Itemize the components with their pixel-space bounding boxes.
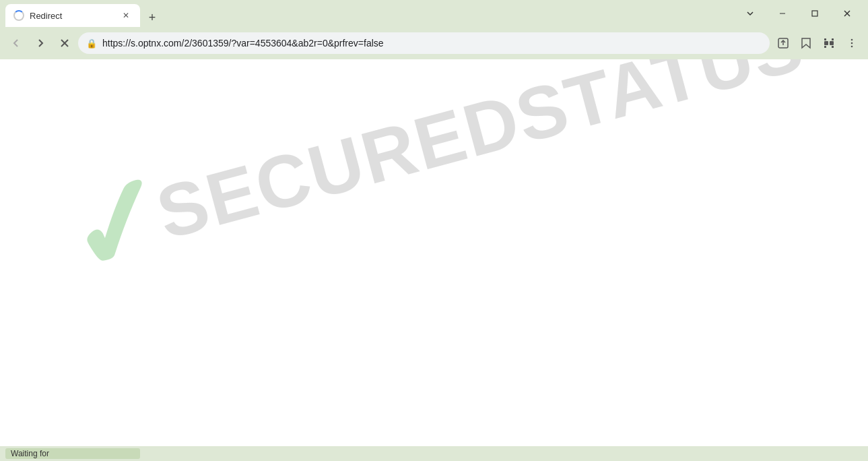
bookmark-button[interactable] (795, 32, 817, 54)
forward-button[interactable] (30, 32, 51, 54)
new-tab-button[interactable]: + (143, 8, 162, 27)
page-content: ✓ SECUREDSTATUS (0, 59, 868, 446)
svg-point-15 (851, 39, 853, 41)
statusbar-text: Waiting for (5, 448, 140, 459)
svg-rect-13 (824, 46, 826, 48)
window-controls (735, 3, 863, 24)
tab-loading-spinner (13, 10, 24, 21)
active-tab[interactable]: Redirect ✕ (5, 4, 140, 27)
svg-rect-10 (830, 41, 834, 45)
address-bar-container[interactable]: 🔒 (78, 32, 770, 54)
share-button[interactable] (772, 32, 794, 54)
stop-reload-button[interactable] (54, 32, 75, 54)
watermark-check: ✓ (51, 154, 180, 297)
address-input[interactable] (102, 38, 762, 49)
extensions-button[interactable] (818, 32, 840, 54)
svg-rect-14 (832, 46, 834, 48)
tab-title: Redirect (30, 11, 114, 21)
svg-rect-1 (812, 11, 817, 16)
svg-rect-12 (832, 38, 834, 40)
toolbar-actions (772, 32, 863, 54)
titlebar: Redirect ✕ + (0, 0, 868, 27)
close-button[interactable] (832, 3, 863, 24)
maximize-button[interactable] (799, 3, 830, 24)
tab-area: Redirect ✕ + (5, 0, 732, 27)
svg-rect-9 (824, 41, 828, 45)
tab-close-button[interactable]: ✕ (120, 9, 132, 22)
dropdown-button[interactable] (735, 3, 766, 24)
statusbar: Waiting for (0, 446, 868, 461)
svg-point-17 (851, 46, 853, 48)
watermark: ✓ SECUREDSTATUS (51, 59, 817, 297)
svg-rect-11 (824, 38, 826, 40)
svg-rect-0 (780, 13, 785, 14)
watermark-text: SECUREDSTATUS (147, 59, 812, 255)
menu-button[interactable] (841, 32, 863, 54)
back-button[interactable] (5, 32, 27, 54)
lock-icon: 🔒 (86, 38, 97, 49)
svg-marker-8 (802, 38, 810, 48)
browser-toolbar: 🔒 (0, 27, 868, 59)
svg-point-16 (851, 42, 853, 44)
minimize-button[interactable] (767, 3, 798, 24)
